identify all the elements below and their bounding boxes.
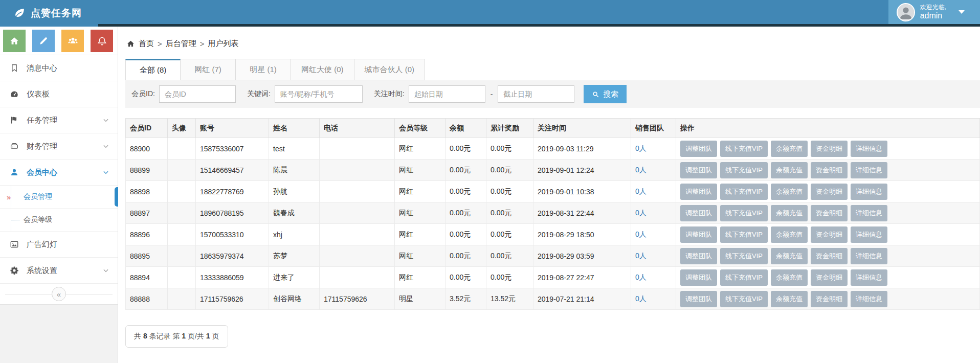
flag-icon	[9, 116, 19, 125]
tab-ambassador[interactable]: 网红大使 (0)	[291, 59, 354, 80]
column-header: 关注时间	[533, 119, 631, 138]
home-icon[interactable]	[3, 30, 26, 52]
row-action-button[interactable]: 线下充值VIP	[720, 184, 768, 200]
row-action-button[interactable]: 资金明细	[811, 141, 848, 157]
sidebar-item-ads[interactable]: 广告幻灯	[0, 232, 118, 258]
cell-phone	[320, 245, 395, 267]
sidebar-item-messages[interactable]: 消息中心	[0, 55, 118, 81]
cell-actions: 调整团队线下充值VIP余额充值资金明细详细信息	[676, 160, 980, 181]
row-action-button[interactable]: 调整团队	[680, 226, 717, 243]
row-action-button[interactable]: 调整团队	[680, 141, 717, 157]
member-id-input[interactable]	[159, 85, 236, 103]
row-action-button[interactable]: 详细信息	[851, 226, 887, 243]
bell-icon[interactable]	[91, 30, 113, 52]
search-button[interactable]: 搜索	[584, 85, 627, 103]
row-action-button[interactable]: 线下充值VIP	[720, 269, 768, 286]
collapse-sidebar-button[interactable]: «	[52, 287, 66, 301]
row-action-button[interactable]: 余额充值	[771, 184, 808, 200]
row-action-button[interactable]: 详细信息	[851, 269, 887, 286]
tab-influencer[interactable]: 网红 (7)	[181, 59, 236, 80]
cell-follow-time: 2019-09-03 11:29	[533, 138, 631, 160]
row-action-button[interactable]: 余额充值	[771, 248, 808, 264]
table-row: 88897 18960788195 魏春成 网红 0.00元 0.00元 201…	[126, 202, 980, 224]
row-action-button[interactable]: 线下充值VIP	[720, 141, 768, 157]
row-action-button[interactable]: 详细信息	[851, 184, 887, 200]
end-date-input[interactable]	[498, 85, 574, 103]
sidebar-item-settings[interactable]: 系统设置	[0, 258, 118, 284]
sales-team-link[interactable]: 0人	[635, 187, 647, 195]
sales-team-link[interactable]: 0人	[635, 166, 647, 174]
row-action-button[interactable]: 调整团队	[680, 162, 717, 178]
row-action-button[interactable]: 调整团队	[680, 269, 717, 286]
sidebar-item-tasks[interactable]: 任务管理	[0, 107, 118, 133]
row-action-button[interactable]: 资金明细	[811, 226, 848, 243]
pencil-icon[interactable]	[32, 30, 55, 52]
sales-team-link[interactable]: 0人	[635, 294, 647, 303]
sidebar-item-dashboard[interactable]: 仪表板	[0, 81, 118, 107]
sidebar-item-finance[interactable]: 财务管理	[0, 133, 118, 160]
sales-team-link[interactable]: 0人	[635, 252, 647, 260]
cell-avatar	[168, 160, 196, 181]
cell-level: 明星	[395, 288, 446, 310]
row-action-button[interactable]: 调整团队	[680, 184, 717, 200]
sales-team-link[interactable]: 0人	[635, 273, 647, 281]
row-action-button[interactable]: 资金明细	[811, 291, 848, 307]
row-action-button[interactable]: 调整团队	[680, 291, 717, 307]
row-action-button[interactable]: 余额充值	[771, 291, 808, 307]
row-action-button[interactable]: 线下充值VIP	[720, 162, 768, 178]
row-action-button[interactable]: 调整团队	[680, 205, 717, 221]
column-header: 余额	[446, 119, 486, 138]
sales-team-link[interactable]: 0人	[635, 230, 647, 238]
cell-follow-time: 2019-08-31 22:44	[533, 202, 631, 224]
username: admin	[920, 11, 946, 20]
row-action-button[interactable]: 余额充值	[771, 269, 808, 286]
cell-balance: 0.00元	[446, 224, 486, 245]
row-action-button[interactable]: 详细信息	[851, 205, 887, 221]
cell-level: 网红	[395, 160, 446, 181]
tab-city-partner[interactable]: 城市合伙人 (0)	[354, 59, 426, 80]
row-action-button[interactable]: 余额充值	[771, 205, 808, 221]
member-id-label: 会员ID:	[131, 89, 155, 99]
breadcrumb-admin[interactable]: 后台管理	[166, 39, 196, 49]
app-title: 点赞任务网	[31, 7, 82, 20]
avatar[interactable]	[897, 3, 915, 21]
row-action-button[interactable]: 线下充值VIP	[720, 226, 768, 243]
sidebar-subitem-member-management[interactable]: » 会员管理	[0, 186, 118, 209]
sales-team-link[interactable]: 0人	[635, 144, 647, 152]
row-action-button[interactable]: 资金明细	[811, 248, 848, 264]
user-menu[interactable]: 欢迎光临, admin	[888, 0, 980, 24]
cell-actions: 调整团队线下充值VIP余额充值资金明细详细信息	[676, 224, 980, 245]
row-action-button[interactable]: 调整团队	[680, 248, 717, 264]
row-action-button[interactable]: 线下充值VIP	[720, 291, 768, 307]
sidebar-item-members[interactable]: 会员中心	[0, 160, 118, 186]
drive-icon	[9, 142, 19, 151]
row-action-button[interactable]: 资金明细	[811, 162, 848, 178]
row-action-button[interactable]: 详细信息	[851, 248, 887, 264]
cell-level: 网红	[395, 202, 446, 224]
cell-name: 魏春成	[269, 202, 320, 224]
row-action-button[interactable]: 详细信息	[851, 291, 887, 307]
column-header: 头像	[168, 119, 196, 138]
table-row: 88896 15700533310 xhj 网红 0.00元 0.00元 201…	[126, 224, 980, 245]
keyword-input[interactable]	[275, 85, 363, 103]
row-action-button[interactable]: 资金明细	[811, 184, 848, 200]
cell-follow-time: 2019-08-29 03:59	[533, 245, 631, 267]
sales-team-link[interactable]: 0人	[635, 209, 647, 217]
breadcrumb-home[interactable]: 首页	[139, 39, 154, 49]
tab-star[interactable]: 明星 (1)	[236, 59, 291, 80]
row-action-button[interactable]: 详细信息	[851, 141, 887, 157]
row-action-button[interactable]: 余额充值	[771, 226, 808, 243]
tab-all[interactable]: 全部 (8)	[125, 59, 181, 80]
row-action-button[interactable]: 余额充值	[771, 141, 808, 157]
start-date-input[interactable]	[409, 85, 485, 103]
users-icon[interactable]	[61, 30, 84, 52]
row-action-button[interactable]: 线下充值VIP	[720, 248, 768, 264]
row-action-button[interactable]: 余额充值	[771, 162, 808, 178]
follow-time-label: 关注时间:	[374, 89, 405, 99]
sidebar-subitem-member-level[interactable]: 会员等级	[0, 209, 118, 232]
row-action-button[interactable]: 线下充值VIP	[720, 205, 768, 221]
row-action-button[interactable]: 详细信息	[851, 162, 887, 178]
row-action-button[interactable]: 资金明细	[811, 269, 848, 286]
cell-phone	[320, 224, 395, 245]
row-action-button[interactable]: 资金明细	[811, 205, 848, 221]
